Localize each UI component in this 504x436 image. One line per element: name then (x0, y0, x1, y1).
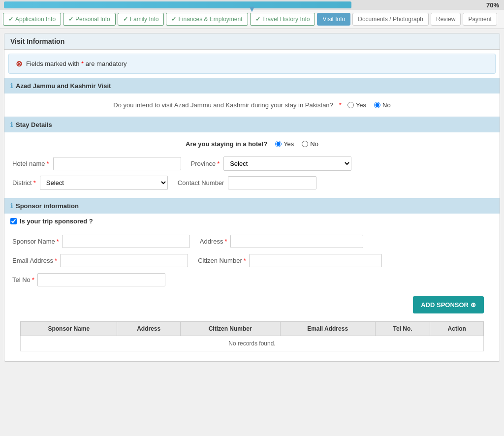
tel-star: * (32, 276, 34, 283)
check-icon: ✓ (171, 16, 176, 23)
main-content: Visit Information ⊗ Fields marked with *… (0, 29, 504, 371)
tab-application-info[interactable]: ✓ Application Info (3, 13, 61, 26)
tel-input[interactable] (37, 273, 165, 286)
progress-percent: 70% (486, 1, 499, 9)
hotel-no-radio[interactable] (302, 141, 308, 147)
col-sponsor-name: Sponsor Name (21, 322, 117, 336)
azad-kashmir-title: Azad Jammu and Kashmir Visit (16, 82, 111, 90)
sponsor-row1: Sponsor Name * Address * (12, 235, 492, 248)
col-email-address: Email Address (280, 322, 375, 336)
mandatory-notice: ⊗ Fields marked with * are mandatory (8, 54, 496, 74)
sponsor-table-body: No records found. (21, 336, 484, 351)
hotel-name-label: Hotel name * (12, 160, 49, 167)
hotel-name-star: * (46, 160, 49, 167)
province-group: Province * Select (191, 156, 352, 171)
address-input[interactable] (230, 235, 363, 248)
sponsor-form: Sponsor Name * Address * (4, 229, 500, 361)
address-star: * (224, 238, 227, 245)
district-star: * (33, 179, 36, 187)
contact-number-label: Contact Number (178, 179, 224, 187)
azad-kashmir-required-star: * (339, 101, 342, 109)
sponsor-name-star: * (57, 238, 59, 245)
province-label: Province * (191, 160, 220, 167)
address-group: Address * (200, 235, 363, 248)
address-label: Address * (200, 238, 227, 245)
no-records-cell: No records found. (21, 336, 484, 351)
is-sponsored-checkbox[interactable] (10, 218, 17, 224)
info-icon: ℹ (10, 82, 13, 90)
sponsor-name-label: Sponsor Name * (12, 238, 59, 245)
district-label: District * (12, 179, 36, 187)
is-sponsored-label: Is your trip sponsored ? (20, 218, 93, 225)
stay-details-header: ℹ Stay Details (4, 117, 500, 132)
add-sponsor-row: ADD SPONSOR ⊕ (12, 292, 492, 317)
exclamation-icon: ⊗ (16, 59, 22, 68)
hotel-question: Are you staying in a hotel? (186, 140, 267, 148)
tab-travel-history-info[interactable]: ✓ Travel History Info (250, 13, 315, 26)
tab-documents-photograph[interactable]: Documents / Photograph (352, 13, 429, 26)
mandatory-star: * (81, 60, 86, 67)
mandatory-text: Fields marked with * are mandatory (26, 60, 127, 67)
azad-kashmir-radio-group: Yes No (347, 101, 391, 109)
add-sponsor-button[interactable]: ADD SPONSOR ⊕ (413, 296, 484, 313)
sponsor-name-input[interactable] (62, 235, 190, 248)
sponsor-title: Sponsor information (16, 202, 79, 210)
check-icon: ✓ (68, 16, 73, 23)
plus-icon: ⊕ (471, 301, 476, 309)
citizen-number-input[interactable] (249, 254, 382, 267)
sponsor-table: Sponsor Name Address Citizen Number Emai… (20, 321, 484, 351)
stay-details-title: Stay Details (16, 121, 52, 128)
col-address: Address (117, 322, 180, 336)
hotel-fields: Hotel name * Province * Select (12, 156, 492, 171)
tab-payment[interactable]: Payment (463, 13, 497, 26)
citizen-number-star: * (244, 257, 246, 264)
sponsor-row2: Email Address * Citizen Number * (12, 254, 492, 267)
email-input[interactable] (60, 254, 188, 267)
no-records-row: No records found. (21, 336, 484, 351)
azad-kashmir-no-label[interactable]: No (374, 101, 391, 109)
tab-review[interactable]: Review (431, 13, 461, 26)
province-select[interactable]: Select (223, 156, 351, 171)
hotel-name-input[interactable] (53, 157, 181, 170)
sponsor-name-group: Sponsor Name * (12, 235, 190, 248)
check-icon: ✓ (255, 16, 260, 23)
hotel-name-group: Hotel name * (12, 156, 181, 171)
visit-information-title-bar: Visit Information (4, 33, 500, 50)
azad-kashmir-yes-label[interactable]: Yes (347, 101, 366, 109)
email-star: * (55, 257, 57, 264)
citizen-number-group: Citizen Number * (198, 254, 382, 267)
district-group: District * Select (12, 176, 168, 190)
azad-kashmir-no-radio[interactable] (374, 102, 380, 108)
info-icon-sponsor: ℹ (10, 202, 13, 210)
check-icon: ✓ (8, 16, 13, 23)
hotel-yes-radio[interactable] (275, 141, 282, 147)
sponsor-section: ℹ Sponsor information Is your trip spons… (4, 198, 500, 361)
sponsor-header: ℹ Sponsor information (4, 198, 500, 214)
contact-number-input[interactable] (228, 176, 316, 189)
tab-finances-employment[interactable]: ✓ Finances & Employment (166, 13, 248, 26)
sponsor-table-header: Sponsor Name Address Citizen Number Emai… (21, 322, 484, 336)
col-action: Action (430, 322, 484, 336)
contact-number-group: Contact Number (178, 176, 317, 190)
visit-information-panel: Visit Information ⊗ Fields marked with *… (4, 33, 500, 362)
tab-personal-info[interactable]: ✓ Personal Info (63, 13, 116, 26)
azad-kashmir-yes-radio[interactable] (347, 102, 354, 108)
is-sponsored-group[interactable]: Is your trip sponsored ? (4, 214, 500, 229)
tab-family-info[interactable]: ✓ Family Info (118, 13, 164, 26)
hotel-yes-label[interactable]: Yes (275, 140, 294, 148)
email-group: Email Address * (12, 254, 188, 267)
sponsor-row3: Tel No * (12, 273, 492, 286)
info-icon-stay: ℹ (10, 121, 13, 128)
hotel-no-label[interactable]: No (302, 140, 318, 148)
tabs-container: ▼ ✓ Application Info ✓ Personal Info ✓ F… (0, 10, 504, 29)
page-title: Visit Information (10, 37, 64, 45)
azad-kashmir-question: Do you intend to visit Azad Jammu and Ka… (113, 101, 333, 109)
hotel-question-row: Are you staying in a hotel? Yes No (12, 140, 492, 148)
tab-visit-info[interactable]: Visit Info (317, 13, 350, 26)
check-icon: ✓ (123, 16, 128, 23)
citizen-number-label: Citizen Number * (198, 257, 246, 264)
tel-group: Tel No * (12, 273, 165, 286)
azad-kashmir-question-row: Do you intend to visit Azad Jammu and Ka… (4, 93, 500, 117)
progress-bar-fill (4, 1, 351, 8)
district-select[interactable]: Select (40, 176, 168, 190)
